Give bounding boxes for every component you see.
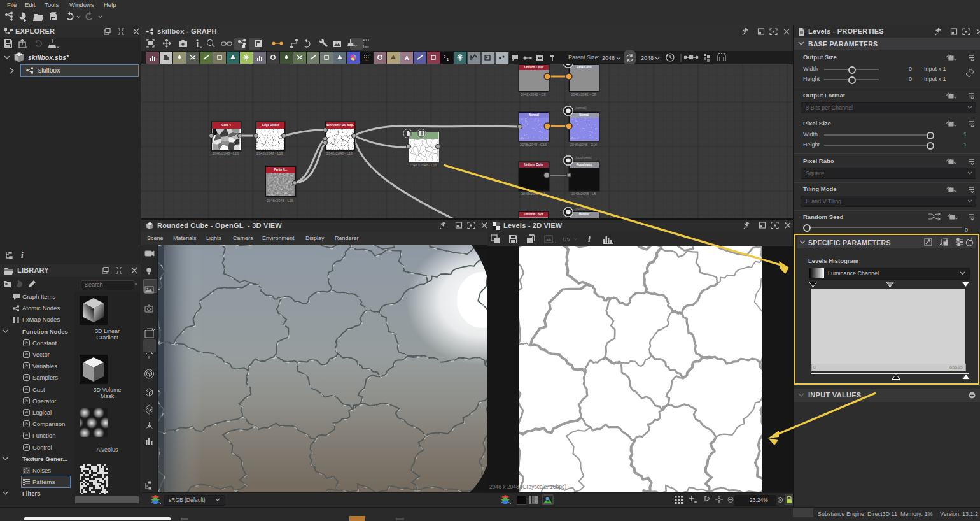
svg-text:UV: UV: [563, 236, 571, 243]
svg-text:LI: LI: [365, 59, 367, 62]
svg-text:A: A: [405, 55, 409, 61]
svg-text:0: 0: [444, 55, 445, 59]
svg-text:1: 1: [447, 57, 449, 61]
svg-text:i: i: [588, 234, 591, 244]
